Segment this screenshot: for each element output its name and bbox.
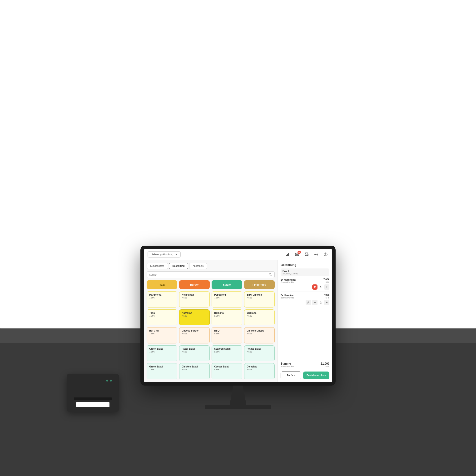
category-pizza[interactable]: Pizza xyxy=(147,280,177,289)
menu-item-caesar-salad[interactable]: Caesar Salad 9.50€ xyxy=(212,363,242,379)
checkout-button[interactable]: Bestellabschluss xyxy=(303,372,329,379)
order-item-name-2: Hawaiian xyxy=(284,294,294,297)
edit-icon xyxy=(307,301,309,304)
order-item-hawaiian: 2x Hawaiian 7,00€ Bonus Punkte 5Pt. xyxy=(281,294,329,307)
delivery-dropdown[interactable]: Lieferung/Abholung xyxy=(148,251,181,257)
svg-point-7 xyxy=(307,255,308,255)
settings-icon-btn[interactable] xyxy=(313,252,319,257)
order-item-margherita: 1x Margherita 7,00€ Bonus Punkte 5Pt. xyxy=(281,278,329,292)
category-row: Pizza Burger Salate Fingerfood xyxy=(147,280,275,289)
order-item-qty-label-1: 1x xyxy=(281,278,283,281)
menu-item-pasta-salad[interactable]: Pasta Salad 7.50€ xyxy=(179,345,210,361)
order-item-price-1: 7,00€ xyxy=(323,278,329,281)
order-item-bonus-label-2: Bonus Punkte xyxy=(281,297,294,299)
edit-item-2-button[interactable] xyxy=(306,300,311,305)
category-burger[interactable]: Burger xyxy=(179,280,210,289)
pos-header: Lieferung/Abholung xyxy=(144,249,332,260)
order-total-label: Summe xyxy=(281,362,291,365)
menu-item-neapolitan[interactable]: Neapolitan 7.50€ xyxy=(179,291,210,307)
menu-item-hot-chili[interactable]: Hot Chili 7.50€ xyxy=(147,327,177,343)
trash-icon xyxy=(314,286,316,288)
menu-item-potato-salad[interactable]: Potato Salad 7.50€ xyxy=(244,345,275,361)
monitor-body: Lieferung/Abholung xyxy=(140,246,336,386)
printer-lights xyxy=(106,380,112,381)
search-bar xyxy=(147,271,275,278)
svg-rect-1 xyxy=(287,254,288,256)
pos-app: Lieferung/Abholung xyxy=(144,249,332,382)
pos-tabs: Kundendaten Bestellung Abschluss xyxy=(147,263,275,269)
printer-paper-slot xyxy=(74,397,112,400)
menu-item-coleslaw[interactable]: Coleslaw 7.50€ xyxy=(244,363,275,379)
order-item-bonus-label-1: Bonus Punkte xyxy=(281,281,294,284)
menu-item-cheese-burger[interactable]: Cheese Burger 7.50€ xyxy=(179,327,210,343)
tab-kundendaten[interactable]: Kundendaten xyxy=(147,263,168,269)
search-input[interactable] xyxy=(149,273,267,276)
increment-item-2-button[interactable]: + xyxy=(324,300,329,305)
svg-rect-0 xyxy=(286,255,287,256)
menu-item-tuna[interactable]: Tuna 7.50€ xyxy=(147,309,177,325)
pos-main: Kundendaten Bestellung Abschluss xyxy=(144,260,332,382)
chart-icon-btn[interactable] xyxy=(285,252,290,257)
tab-abschluss[interactable]: Abschluss xyxy=(189,263,207,269)
header-icons: 28 xyxy=(285,252,328,257)
mail-icon-btn[interactable]: 28 xyxy=(294,252,300,257)
order-item-bonus-pts-2: 5Pt. xyxy=(325,297,329,299)
menu-item-pepperoni[interactable]: Pepperoni 7.50€ xyxy=(212,291,242,307)
order-bonus-pts: 10Pt. xyxy=(324,365,329,368)
svg-rect-2 xyxy=(288,253,289,256)
notification-badge: 28 xyxy=(298,251,301,254)
menu-grid: Margherita 7.50€ Neapolitan 7.50€ Pepper… xyxy=(147,291,275,379)
order-bonus-label: Bonus Punkte xyxy=(281,365,294,368)
svg-line-12 xyxy=(271,275,272,276)
increment-item-1-button[interactable]: + xyxy=(324,284,329,290)
pos-right-panel: Bestellung Box 1 3 Artikel, 14,00€ xyxy=(277,260,332,382)
monitor-stand xyxy=(226,386,250,405)
chevron-down-icon xyxy=(175,253,178,255)
monitor-base xyxy=(205,405,271,409)
tab-bestellung[interactable]: Bestellung xyxy=(169,263,188,269)
order-item-name-1: Margherita xyxy=(284,278,296,281)
order-item-qty-1: 1 xyxy=(319,286,323,289)
menu-item-chicken-crispy[interactable]: Chicken Crispy 7.50€ xyxy=(244,327,275,343)
order-actions: Zurück Bestellabschluss xyxy=(281,372,329,379)
monitor-screen: Lieferung/Abholung xyxy=(144,249,332,382)
settings-icon xyxy=(314,252,318,256)
printer-light-1 xyxy=(106,380,108,381)
menu-item-seafood-salad[interactable]: Seafood Salad 9.50€ xyxy=(212,345,242,361)
order-total-amount: 21,00€ xyxy=(321,362,329,365)
menu-item-romana[interactable]: Romana 9.50€ xyxy=(212,309,242,325)
scene: Lieferung/Abholung xyxy=(0,0,476,476)
decrement-item-2-button[interactable]: − xyxy=(312,300,318,305)
delivery-label: Lieferung/Abholung xyxy=(151,253,173,256)
order-item-qty-2: 2 xyxy=(319,301,323,304)
menu-item-chicken-salad[interactable]: Chicken Salad 7.50€ xyxy=(179,363,210,379)
menu-item-greek-salad[interactable]: Greek Salad 7.50€ xyxy=(147,363,177,379)
monitor: Lieferung/Abholung xyxy=(140,246,336,409)
printer-light-2 xyxy=(110,380,112,381)
menu-item-bbq-chicken[interactable]: BBQ Chicken 7.50€ xyxy=(244,291,275,307)
order-item-bonus-pts-1: 5Pt. xyxy=(325,281,329,284)
svg-point-8 xyxy=(316,254,317,255)
order-item-price-2: 7,00€ xyxy=(323,294,329,296)
chart-icon xyxy=(285,252,290,256)
menu-item-hawaiian[interactable]: Hawaiian 7.50€ xyxy=(179,309,210,325)
help-icon xyxy=(323,252,328,256)
order-box-header: Box 1 3 Artikel, 14,00€ xyxy=(281,269,329,276)
order-box-subtitle: 3 Artikel, 14,00€ xyxy=(283,272,327,275)
category-salate[interactable]: Salate xyxy=(212,280,242,289)
menu-item-bbq[interactable]: BBQ 9.50€ xyxy=(212,327,242,343)
order-total-section: Summe 21,00€ Bonus Punkte 10Pt. xyxy=(281,360,329,368)
menu-item-margherita[interactable]: Margherita 7.50€ xyxy=(147,291,177,307)
menu-item-green-salad[interactable]: Green Salad 7.50€ xyxy=(147,345,177,361)
search-icon xyxy=(269,273,272,276)
order-item-qty-label-2: 2x xyxy=(281,294,283,297)
back-button[interactable]: Zurück xyxy=(281,372,301,379)
printer-paper xyxy=(76,402,109,407)
menu-item-siciliana[interactable]: Siciliana 7.50€ xyxy=(244,309,275,325)
delete-item-1-button[interactable] xyxy=(312,284,318,290)
print-icon-btn[interactable] xyxy=(304,252,309,257)
order-box-title: Box 1 xyxy=(283,270,327,272)
pos-left-panel: Kundendaten Bestellung Abschluss xyxy=(144,260,277,382)
help-icon-btn[interactable] xyxy=(323,252,328,257)
category-fingerfood[interactable]: Fingerfood xyxy=(244,280,275,289)
